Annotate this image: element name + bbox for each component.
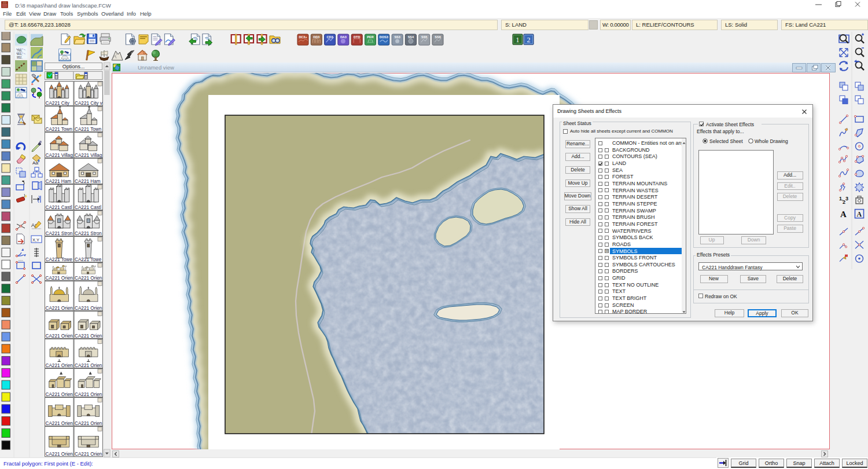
svg-text:CA221 Villag: CA221 Villag bbox=[75, 153, 102, 158]
svg-text:Options...: Options... bbox=[62, 64, 85, 69]
svg-text:CA221 Stron: CA221 Stron bbox=[75, 231, 102, 236]
svg-text:CA221 Orien: CA221 Orien bbox=[75, 306, 102, 311]
svg-text:CA221 Orien: CA221 Orien bbox=[75, 452, 102, 457]
svg-text:PER: PER bbox=[367, 35, 373, 39]
svg-text:SS6: SS6 bbox=[435, 35, 440, 39]
svg-text:CA221 Orien: CA221 Orien bbox=[46, 392, 73, 397]
svg-text:CA221 Ham: CA221 Ham bbox=[75, 179, 101, 184]
svg-text:CA221 Orien: CA221 Orien bbox=[75, 392, 102, 397]
svg-text:CA221 City: CA221 City bbox=[46, 101, 70, 106]
svg-text:CA221 Villag: CA221 Villag bbox=[46, 153, 73, 158]
svg-text:Aa: Aa bbox=[32, 160, 38, 166]
svg-text:CA221 Orien: CA221 Orien bbox=[75, 421, 102, 426]
svg-text:CA221 Orien: CA221 Orien bbox=[46, 452, 73, 457]
svg-text:DTD: DTD bbox=[354, 35, 360, 39]
svg-text:DC3: DC3 bbox=[3, 2, 6, 4]
svg-text:CA221 Orien: CA221 Orien bbox=[75, 334, 102, 339]
svg-text:CA221 Orien: CA221 Orien bbox=[46, 334, 73, 339]
svg-text:CA221 Orien: CA221 Orien bbox=[46, 363, 73, 368]
svg-text:CA221 Town: CA221 Town bbox=[46, 127, 73, 132]
svg-text:SS3: SS3 bbox=[394, 35, 400, 39]
svg-text:952,: 952, bbox=[17, 56, 23, 59]
svg-text:CA221 Castl: CA221 Castl bbox=[75, 205, 101, 210]
svg-text:DA3: DA3 bbox=[340, 35, 347, 39]
svg-text:CA221 Town: CA221 Town bbox=[75, 127, 102, 132]
svg-text:3: 3 bbox=[845, 196, 848, 201]
svg-text:CA221 Orien: CA221 Orien bbox=[46, 276, 73, 281]
svg-text:SS5: SS5 bbox=[421, 35, 427, 39]
svg-text:SS4: SS4 bbox=[408, 35, 414, 39]
svg-text:CA221 City v: CA221 City v bbox=[75, 101, 103, 106]
svg-text:DOS3: DOS3 bbox=[380, 35, 388, 39]
svg-text:CA221 Orien: CA221 Orien bbox=[46, 421, 73, 426]
svg-text:CA221 Castl: CA221 Castl bbox=[46, 205, 72, 210]
svg-text:X,Y: X,Y bbox=[32, 237, 39, 243]
svg-text:CA221 Orien: CA221 Orien bbox=[46, 306, 73, 311]
svg-text:CA221 Stron: CA221 Stron bbox=[46, 231, 73, 236]
svg-text:1: 1 bbox=[516, 36, 520, 44]
svg-text:CA221 Ham: CA221 Ham bbox=[46, 179, 72, 184]
svg-text:A: A bbox=[840, 210, 847, 219]
svg-text:DC3+: DC3+ bbox=[299, 35, 307, 39]
svg-text:CD3: CD3 bbox=[327, 35, 333, 39]
svg-text:CA221 Orien: CA221 Orien bbox=[75, 276, 102, 281]
svg-text:A: A bbox=[857, 210, 862, 218]
svg-text:2: 2 bbox=[527, 36, 531, 44]
svg-text:DD3: DD3 bbox=[313, 35, 319, 39]
svg-text:CA221 Orien: CA221 Orien bbox=[75, 363, 102, 368]
